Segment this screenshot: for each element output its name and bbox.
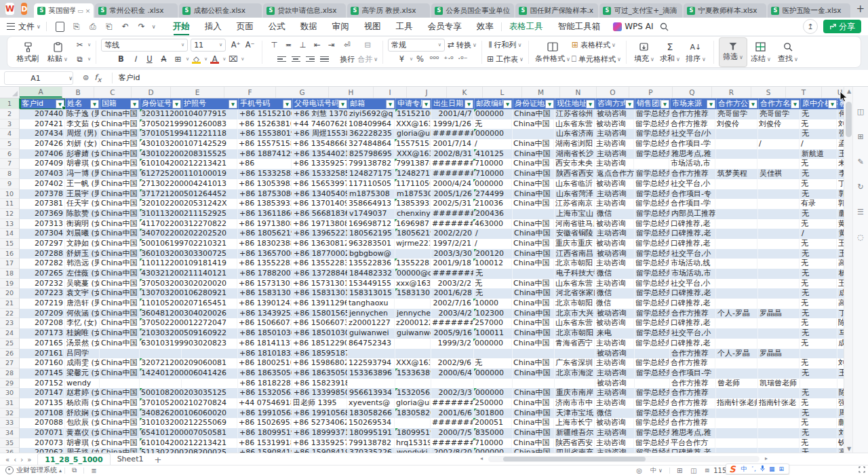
filter-dropdown-button[interactable]: ▼	[172, 100, 181, 109]
cell[interactable]: XXX@163.c	[395, 358, 431, 368]
cell[interactable]: 合作项目-学	[669, 139, 715, 149]
cell[interactable]: 合作方推荐	[670, 169, 716, 179]
cell[interactable]: /	[473, 139, 512, 149]
cell[interactable]: 2002/7/16	[431, 299, 473, 309]
font-color-button[interactable]: A	[208, 53, 221, 65]
cell[interactable]: +86 1899937166	[292, 428, 348, 438]
cell[interactable]: 无	[474, 269, 513, 279]
cell[interactable]: 130703200106280921	[140, 288, 182, 299]
cell[interactable]: 117110505	[395, 179, 431, 189]
outline-icon[interactable]: ≣	[91, 467, 96, 474]
cell[interactable]: 207160	[20, 358, 65, 368]
cell[interactable]: 内部员工推荐	[670, 209, 716, 219]
cell[interactable]: 135522836	[347, 259, 395, 269]
cell[interactable]: /	[473, 239, 512, 249]
cell[interactable]: 340702200202202520	[140, 229, 182, 239]
cell[interactable]	[716, 428, 758, 438]
cell[interactable]: +86 15263810	[237, 119, 292, 130]
cell[interactable]: 主动咨询	[595, 339, 634, 349]
cell[interactable]: bgbgbow@	[348, 249, 395, 259]
cell[interactable]: 广东省深圳	[554, 358, 595, 368]
cell[interactable]: 留学总经办	[635, 169, 670, 179]
cell[interactable]: 留学总经办	[635, 309, 670, 319]
cell[interactable]: 安徽省铜陵	[555, 229, 595, 239]
cell[interactable]: +86 15332585	[238, 169, 292, 179]
file-menu[interactable]: 文件∨	[7, 21, 41, 33]
cell[interactable]: China中国	[100, 318, 140, 328]
cell[interactable]: 郭美艺	[837, 199, 844, 209]
file-tab[interactable]: S高学历 教授.xlsx	[347, 3, 430, 18]
cell[interactable]: +86 18874129	[238, 149, 292, 159]
cell[interactable]: 207161	[20, 349, 65, 359]
cell[interactable]	[431, 349, 474, 359]
cell[interactable]: 合作方推荐	[669, 358, 715, 368]
header-cell[interactable]: 身份证号▼	[140, 98, 182, 109]
page-break-view-icon[interactable]: ⧈	[705, 466, 709, 474]
cell[interactable]	[715, 299, 757, 309]
cell[interactable]: 来电	[595, 328, 635, 339]
cell[interactable]: 000000	[473, 339, 512, 349]
cell[interactable]: 370503200302020020	[140, 279, 181, 289]
strikethrough-button[interactable]: A	[157, 53, 170, 65]
cell[interactable]: 主动咨询	[595, 398, 634, 408]
cell[interactable]: 电子科技大学	[555, 269, 595, 279]
cell[interactable]: 口碑推荐,老	[669, 339, 715, 349]
cell[interactable]	[716, 209, 758, 219]
cell[interactable]: 郭美艺	[837, 189, 844, 200]
cell[interactable]: China中国	[513, 408, 555, 419]
cell[interactable]: China中国	[100, 139, 140, 149]
cell[interactable]	[716, 149, 758, 159]
cell[interactable]: China中国	[513, 428, 555, 438]
cell[interactable]: 2000/7/5	[431, 428, 474, 438]
cell[interactable]: 无	[800, 219, 837, 229]
menu-item-8[interactable]: 会员专享	[420, 18, 469, 35]
normal-view-icon[interactable]: ⊞	[677, 467, 682, 474]
cell[interactable]: 410125	[474, 149, 513, 159]
header-cell[interactable]: 申请专用▼	[396, 98, 432, 109]
row-header-16[interactable]: 16	[0, 249, 20, 259]
cell[interactable]: 100011	[474, 328, 513, 339]
increase-indent-icon[interactable]: ⇥	[325, 39, 338, 51]
cell[interactable]	[716, 189, 758, 200]
cell[interactable]: 杨苘	[837, 269, 844, 279]
cell[interactable]: China中国	[100, 199, 140, 209]
menu-item-9[interactable]: 效率	[469, 18, 501, 35]
cell[interactable]	[715, 259, 757, 269]
cell[interactable]: 韩浩远 (男)	[65, 259, 100, 269]
cell[interactable]: 2002/3/3	[431, 388, 474, 398]
cell[interactable]	[757, 438, 800, 449]
cell[interactable]: 000000	[474, 368, 513, 379]
cell[interactable]: 合作项目-专	[670, 189, 716, 200]
layout-panel-icon[interactable]: ⊞	[857, 132, 863, 141]
cell[interactable]: China中国	[513, 109, 555, 119]
cell[interactable]: China中国	[512, 318, 554, 328]
cell[interactable]: 411702200312270822	[140, 219, 181, 229]
cell[interactable]: 文静如 (女)	[65, 239, 100, 249]
cell[interactable]: m1875308	[348, 189, 395, 200]
cell[interactable]: +86 18002510	[237, 358, 292, 368]
cell[interactable]: 207147	[20, 388, 65, 398]
cell[interactable]: +86 周煜155380	[292, 129, 348, 139]
cell[interactable]	[100, 349, 140, 359]
cell[interactable]: 1999/1/26	[431, 119, 473, 130]
cell[interactable]: 无	[800, 179, 837, 189]
cell[interactable]: 衡琬明 (女)	[65, 219, 100, 229]
header-cell[interactable]: 销售团队▼	[635, 98, 671, 109]
column-header-G[interactable]: G	[276, 87, 329, 98]
cell[interactable]: 500108200203035125	[140, 388, 182, 398]
row-header-29[interactable]: 29	[0, 379, 20, 389]
cell[interactable]: China中国	[100, 119, 140, 130]
cell[interactable]	[758, 408, 800, 419]
cell[interactable]: 留学总经办	[635, 229, 670, 239]
cell[interactable]: +86 1583130158	[292, 288, 348, 299]
cell[interactable]: /	[474, 229, 513, 239]
cell[interactable]: 留学总经办	[635, 368, 670, 379]
comment-panel-icon[interactable]: ◫	[857, 107, 864, 116]
cell[interactable]: 102300	[474, 309, 513, 319]
cell[interactable]: 207406	[20, 149, 65, 159]
cell[interactable]: +86 15731301	[237, 279, 292, 289]
cell[interactable]: 207304	[20, 229, 65, 239]
cell[interactable]: +86 18635050	[238, 368, 292, 379]
cell[interactable]: 指南针张老师	[715, 398, 757, 408]
cell[interactable]: 口碑推荐,老	[669, 318, 715, 328]
